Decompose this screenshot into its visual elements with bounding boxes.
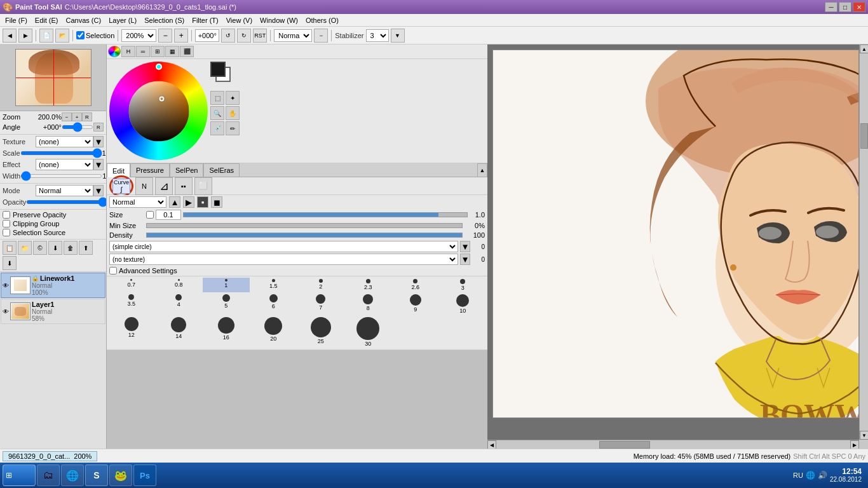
brush-size-dot-6[interactable]: 6 xyxy=(250,293,297,315)
zoom-plus[interactable]: + xyxy=(174,29,188,43)
brush-size-dot-4[interactable]: 4 xyxy=(156,293,203,315)
scroll-right-thumb[interactable] xyxy=(860,123,868,149)
toolbar-nav-fwd[interactable]: ▶ xyxy=(18,29,32,43)
minimize-button[interactable]: ─ xyxy=(825,2,837,12)
layer-merge-btn[interactable]: ⬇ xyxy=(48,241,62,255)
brush-shape-3[interactable]: ▪ xyxy=(197,196,208,208)
rotate-reset[interactable]: RST xyxy=(253,29,267,43)
canvas-scrollbar-bottom[interactable]: ◀ ▶ xyxy=(487,440,859,449)
new-layer-btn[interactable]: 📋 xyxy=(3,241,17,255)
texture-btn[interactable]: ▼ xyxy=(93,136,104,147)
color-mode-grid2[interactable]: ▦ xyxy=(165,46,179,57)
taskbar-app4[interactable]: 🐸 xyxy=(109,464,132,486)
brush-size-dot-9[interactable]: 9 xyxy=(392,293,439,315)
layer-eye-layer1[interactable]: 👁 xyxy=(3,308,9,315)
brush-size-dot-1[interactable]: 1 xyxy=(203,278,250,292)
line-tool-btn[interactable]: N xyxy=(135,177,153,195)
brush-size-dot-20[interactable]: 20 xyxy=(250,316,297,348)
folder-btn[interactable]: 📁 xyxy=(18,241,32,255)
size-pressure-cb[interactable] xyxy=(146,211,154,219)
taskbar-chrome[interactable]: 🌐 xyxy=(61,464,84,486)
texture-select[interactable]: (none) xyxy=(36,136,93,147)
brush-size-dot-2[interactable]: 2 xyxy=(297,278,344,292)
taskbar-photoshop[interactable]: Ps xyxy=(133,464,156,486)
angle-slider[interactable] xyxy=(62,125,93,129)
stabilizer-menu[interactable]: ▼ xyxy=(391,29,405,43)
scale-slider[interactable] xyxy=(20,151,102,155)
tab-selers[interactable]: SelEras xyxy=(203,163,240,177)
zoom-select[interactable]: 200%100%50% xyxy=(121,29,156,42)
scroll-bottom-thumb[interactable] xyxy=(599,441,650,449)
eyedropper-tool[interactable]: 💉 xyxy=(210,121,224,135)
mode-select[interactable]: Normal xyxy=(36,185,93,196)
advanced-settings-cb[interactable] xyxy=(109,267,117,274)
selection-checkbox[interactable] xyxy=(76,31,85,39)
brush-size-dot-2.3[interactable]: 2.3 xyxy=(345,278,392,292)
menu-layer[interactable]: Layer (L) xyxy=(105,15,140,25)
preserve-opacity-checkbox[interactable] xyxy=(3,211,10,219)
canvas-surface[interactable]: BOWW xyxy=(492,50,859,418)
selection-rect-tool[interactable]: ⬚ xyxy=(210,91,224,105)
effect-btn[interactable]: ▼ xyxy=(93,159,104,170)
rotate-ccw[interactable]: ↺ xyxy=(221,29,235,43)
start-button[interactable]: ⊞ xyxy=(3,464,36,486)
canvas-scrollbar-right[interactable]: ▲ ▼ xyxy=(859,44,868,440)
close-button[interactable]: ✕ xyxy=(853,2,865,12)
brush-size-dot-12[interactable]: 12 xyxy=(108,316,155,348)
blend-mode-select[interactable]: Normal xyxy=(274,29,312,42)
opacity-slider[interactable] xyxy=(26,200,107,204)
layer-up-btn[interactable]: ⬆ xyxy=(79,241,93,255)
brush-shape-2[interactable]: ▶ xyxy=(183,196,194,208)
brush-mode-select[interactable]: Normal xyxy=(109,196,166,208)
zoom-reset[interactable]: R xyxy=(82,112,92,121)
brush-shape-select-btn[interactable]: ▼ xyxy=(460,241,470,252)
brush-panel-toggle[interactable]: ▲ xyxy=(477,163,487,177)
scroll-down-arrow[interactable]: ▼ xyxy=(860,431,868,440)
brush-shape-4[interactable]: ◼ xyxy=(211,196,222,208)
brush-shape-1[interactable]: ▲ xyxy=(169,196,180,208)
layer-down-btn[interactable]: ⬇ xyxy=(3,256,17,270)
rotate-cw[interactable]: ↻ xyxy=(237,29,251,43)
menu-edit[interactable]: Edit (E) xyxy=(31,15,62,25)
blend-mode-minus[interactable]: − xyxy=(314,29,328,43)
brush-shape-btn[interactable]: ▪▪ xyxy=(175,177,193,195)
brush-size-dot-0.8[interactable]: 0.8 xyxy=(156,278,203,292)
brush-size-dot-8[interactable]: 8 xyxy=(345,293,392,315)
menu-file[interactable]: File (F) xyxy=(1,15,31,25)
toolbar-nav-back[interactable]: ◀ xyxy=(3,29,17,43)
maximize-button[interactable]: □ xyxy=(839,2,851,12)
brush-size-dot-5[interactable]: 5 xyxy=(203,293,250,315)
layer-del-btn[interactable]: 🗑 xyxy=(64,241,78,255)
brush-size-dot-10[interactable]: 10 xyxy=(440,293,487,315)
selection-source-checkbox[interactable] xyxy=(3,229,10,236)
hand-tool[interactable]: ✋ xyxy=(226,106,240,120)
menu-canvas[interactable]: Canvas (C) xyxy=(62,15,105,25)
brush-size-dot-1.5[interactable]: 1.5 xyxy=(250,278,297,292)
brush-shape-select[interactable]: (simple circle) xyxy=(109,241,458,252)
layer-eye-linework1[interactable]: 👁 xyxy=(3,282,9,289)
menu-window[interactable]: Window (W) xyxy=(256,15,302,25)
brush-size-dot-30[interactable]: 30 xyxy=(345,316,392,348)
tab-selpen[interactable]: SelPen xyxy=(170,163,203,177)
effect-select[interactable]: (none) xyxy=(36,159,93,170)
menu-view[interactable]: View (V) xyxy=(222,15,256,25)
brush-texture-btn[interactable]: ▼ xyxy=(460,254,470,265)
zoom-tool[interactable]: 🔍 xyxy=(210,106,224,120)
toolbar-new[interactable]: 📄 xyxy=(39,29,53,43)
selection-magic-tool[interactable]: ✦ xyxy=(226,91,240,105)
color-mode-wheel[interactable] xyxy=(108,46,121,57)
menu-others[interactable]: Others (O) xyxy=(302,15,342,25)
layer-layer1[interactable]: 👁 Layer1 Normal 58% xyxy=(1,299,105,324)
brush-size-dot-3[interactable]: 3 xyxy=(440,278,487,292)
menu-selection[interactable]: Selection (S) xyxy=(140,15,188,25)
taskbar-skype[interactable]: S xyxy=(85,464,108,486)
pen-tool[interactable]: ✏ xyxy=(226,121,240,135)
mode-btn[interactable]: ▼ xyxy=(93,185,104,196)
eraser-btn[interactable]: ⬜ xyxy=(194,177,212,195)
zoom-decrease[interactable]: − xyxy=(62,112,72,121)
angle-reset[interactable]: R xyxy=(93,123,104,132)
width-slider[interactable] xyxy=(20,174,102,178)
brush-size-dot-0.7[interactable]: 0.7 xyxy=(108,278,155,292)
brush-size-dot-14[interactable]: 14 xyxy=(156,316,203,348)
scroll-left-arrow[interactable]: ◀ xyxy=(487,440,496,449)
